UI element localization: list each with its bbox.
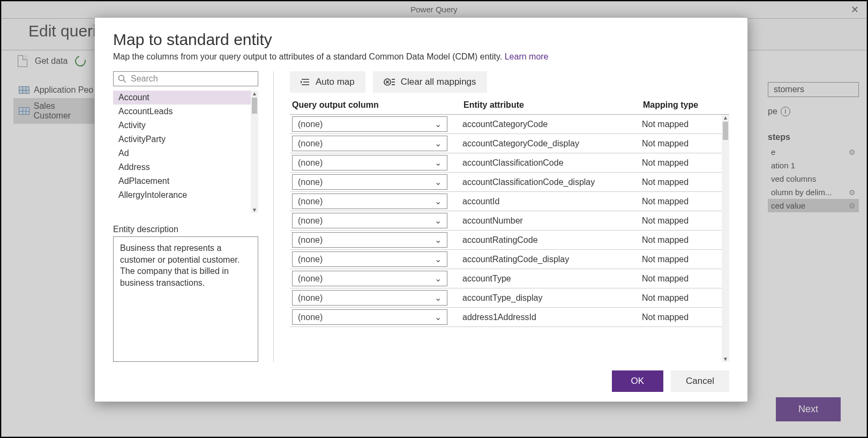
query-item[interactable]: Sales Customer	[13, 98, 99, 124]
titlebar: Power Query ✕	[2, 2, 866, 19]
entity-attribute: accountType_display	[462, 293, 642, 303]
mapping-type: Not mapped	[642, 139, 689, 149]
applied-step[interactable]: olumn by delim...⚙	[768, 185, 859, 199]
entity-list-item[interactable]: AccountLeads	[113, 105, 251, 118]
search-input[interactable]: Search	[113, 71, 258, 86]
mapping-row: (none)⌄accountIdNot mapped	[290, 192, 722, 211]
applied-step[interactable]: ced value⚙	[768, 199, 859, 212]
gear-icon[interactable]: ⚙	[849, 148, 856, 157]
gear-icon[interactable]: ⚙	[849, 188, 856, 197]
refresh-icon[interactable]	[73, 54, 88, 68]
entity-list-item[interactable]: Activity	[113, 118, 251, 132]
entity-list-item[interactable]: Ad	[113, 146, 251, 160]
auto-map-button[interactable]: Auto map	[290, 71, 365, 93]
search-icon	[118, 75, 126, 83]
entity-description: Business that represents a customer or p…	[113, 236, 258, 362]
query-column-dropdown[interactable]: (none)⌄	[292, 174, 447, 190]
learn-more-link[interactable]: Learn more	[505, 52, 549, 61]
scroll-down-icon[interactable]: ▼	[723, 356, 728, 362]
query-column-dropdown[interactable]: (none)⌄	[292, 309, 447, 325]
entity-description-label: Entity description	[113, 225, 258, 234]
chevron-down-icon: ⌄	[435, 196, 442, 206]
get-data-button[interactable]: Get data	[35, 56, 68, 66]
mapping-type: Not mapped	[642, 177, 689, 187]
table-icon	[19, 107, 29, 115]
next-button-wrap: Next	[776, 397, 841, 421]
query-column-dropdown[interactable]: (none)⌄	[292, 155, 447, 170]
mapping-grid-header: Query output column Entity attribute Map…	[290, 97, 729, 115]
query-column-dropdown[interactable]: (none)⌄	[292, 271, 447, 286]
search-placeholder: Search	[131, 74, 158, 84]
mapping-grid: (none)⌄accountCategoryCodeNot mapped(non…	[290, 115, 729, 362]
mapping-type: Not mapped	[642, 197, 689, 206]
mapping-row: (none)⌄accountRatingCodeNot mapped	[290, 231, 722, 250]
chevron-down-icon: ⌄	[435, 216, 442, 226]
mapping-type: Not mapped	[642, 255, 689, 264]
query-column-dropdown[interactable]: (none)⌄	[292, 194, 447, 209]
svg-line-1	[124, 80, 126, 83]
entity-scrollbar[interactable]: ▲ ▼	[251, 91, 258, 213]
table-icon	[19, 86, 29, 94]
scroll-up-icon[interactable]: ▲	[723, 115, 728, 121]
dialog-title: Map to standard entity	[113, 31, 729, 49]
entity-list-item[interactable]: Address	[113, 160, 251, 174]
entity-attribute: accountRatingCode	[462, 235, 642, 245]
query-column-dropdown[interactable]: (none)⌄	[292, 290, 447, 306]
query-item[interactable]: Application Peo	[13, 82, 99, 98]
mapping-row: (none)⌄accountRatingCode_displayNot mapp…	[290, 250, 722, 269]
applied-step[interactable]: ation 1	[768, 159, 859, 172]
scroll-thumb[interactable]	[723, 122, 728, 140]
dialog-subtitle: Map the columns from your query output t…	[113, 52, 729, 62]
applied-step[interactable]: e⚙	[768, 145, 859, 159]
scroll-up-icon[interactable]: ▲	[252, 91, 257, 96]
entity-attribute: accountRatingCode_display	[462, 255, 642, 264]
close-icon[interactable]: ✕	[851, 4, 859, 16]
mapping-type: Not mapped	[642, 235, 689, 245]
query-label: Application Peo	[34, 85, 93, 95]
mapping-row: (none)⌄accountCategoryCode_displayNot ma…	[290, 134, 722, 153]
entity-attribute: address1AddressId	[462, 313, 642, 322]
col-header-query: Query output column	[292, 100, 463, 110]
mapping-row: (none)⌄accountClassificationCodeNot mapp…	[290, 153, 722, 173]
query-column-dropdown[interactable]: (none)⌄	[292, 232, 447, 248]
scroll-down-icon[interactable]: ▼	[252, 207, 257, 213]
gear-icon[interactable]: ⚙	[849, 202, 856, 210]
entity-attribute: accountId	[462, 197, 642, 206]
col-header-entity: Entity attribute	[463, 100, 643, 110]
chevron-down-icon: ⌄	[435, 254, 442, 264]
query-column-dropdown[interactable]: (none)⌄	[292, 213, 447, 228]
query-column-dropdown[interactable]: (none)⌄	[292, 136, 447, 151]
chevron-down-icon: ⌄	[435, 119, 442, 129]
entity-list-item[interactable]: Account	[113, 91, 251, 105]
ok-button[interactable]: OK	[612, 370, 664, 392]
mapping-row: (none)⌄accountCategoryCodeNot mapped	[290, 115, 722, 134]
name-field[interactable]: stomers	[768, 82, 859, 97]
clear-mappings-button[interactable]: Clear all mappings	[373, 71, 487, 93]
queries-pane: Application Peo Sales Customer	[13, 82, 99, 124]
entity-list-item[interactable]: AllergyIntolerance	[113, 188, 251, 202]
entity-attribute: accountClassificationCode	[462, 158, 642, 168]
scroll-thumb[interactable]	[252, 98, 257, 114]
settings-pane: stomers pe i steps e⚙ation 1ved columnso…	[768, 82, 859, 212]
entity-list-item[interactable]: ActivityParty	[113, 132, 251, 146]
window-title: Power Query	[410, 5, 458, 14]
entity-list-item[interactable]: AdPlacement	[113, 174, 251, 188]
applied-step[interactable]: ved columns	[768, 172, 859, 185]
map-entity-dialog: Map to standard entity Map the columns f…	[94, 17, 748, 402]
mapping-row: (none)⌄accountClassificationCode_display…	[290, 173, 722, 192]
cancel-button[interactable]: Cancel	[671, 370, 729, 392]
entity-attribute: accountType	[462, 274, 642, 284]
entity-attribute: accountCategoryCode_display	[462, 139, 642, 149]
auto-map-icon	[301, 78, 310, 86]
query-column-dropdown[interactable]: (none)⌄	[292, 116, 447, 132]
query-column-dropdown[interactable]: (none)⌄	[292, 251, 447, 267]
grid-scrollbar[interactable]: ▲ ▼	[722, 115, 729, 362]
next-button[interactable]: Next	[776, 397, 841, 421]
mapping-type: Not mapped	[642, 158, 689, 168]
chevron-down-icon: ⌄	[435, 177, 442, 187]
mapping-row: (none)⌄accountNumberNot mapped	[290, 211, 722, 231]
clear-mappings-icon	[384, 77, 395, 87]
mapping-row: (none)⌄accountTypeNot mapped	[290, 269, 722, 288]
entity-attribute: accountCategoryCode	[462, 120, 642, 129]
info-icon[interactable]: i	[781, 107, 790, 116]
